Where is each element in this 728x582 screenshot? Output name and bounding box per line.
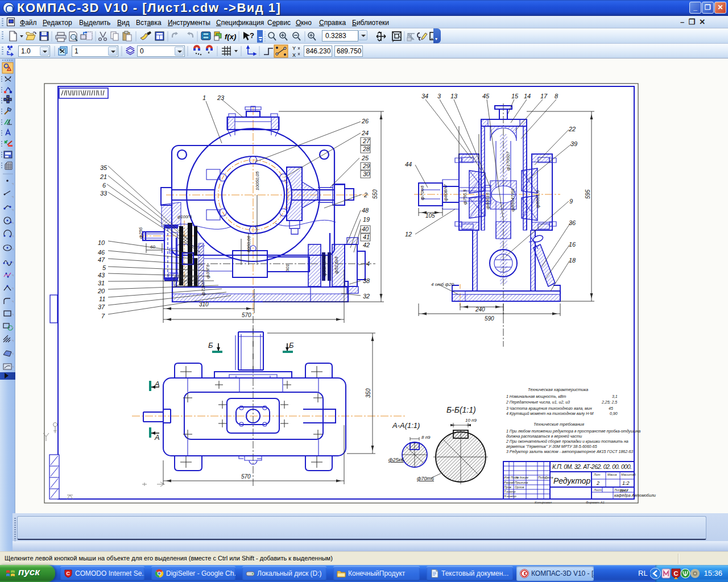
svg-text:43: 43	[98, 272, 105, 278]
svg-text:Т.контр: Т.контр	[504, 490, 516, 493]
svg-text:5: 5	[102, 264, 106, 271]
svg-text:22: 22	[568, 126, 576, 132]
svg-text:9: 9	[569, 198, 573, 205]
svg-text:105: 105	[425, 213, 435, 219]
svg-text:45: 45	[482, 93, 490, 99]
svg-text:ф80б16: ф80б16	[485, 192, 490, 209]
svg-text:40: 40	[362, 226, 369, 232]
svg-text:595: 595	[585, 189, 591, 199]
svg-text:4 отб ф20: 4 отб ф20	[431, 282, 454, 287]
svg-text:10: 10	[98, 239, 105, 246]
svg-text:34: 34	[421, 93, 428, 99]
svg-text:C: C	[67, 571, 71, 576]
svg-text:20: 20	[97, 288, 105, 294]
svg-text:К.П. 0М. 32. АТ-262. 02. 00. 0: К.П. 0М. 32. АТ-262. 02. 00. 000.	[552, 463, 632, 470]
svg-text:Разраб: Разраб	[504, 481, 515, 484]
svg-text:Лист: Лист	[593, 488, 602, 492]
svg-text:42: 42	[363, 242, 370, 248]
svg-text:ВНУ: ВНУ	[620, 489, 629, 493]
svg-text:24: 24	[361, 130, 369, 136]
svg-text:ф70м6: ф70м6	[420, 185, 425, 200]
svg-text:26: 26	[361, 118, 369, 124]
svg-text:ф80Вh7: ф80Вh7	[443, 184, 448, 201]
svg-text:2 Передаточные числа, u1, u2,: 2 Передаточные числа, u1, u2, u3	[506, 400, 570, 405]
svg-text:240: 240	[475, 306, 485, 313]
svg-text:17: 17	[540, 93, 548, 99]
svg-text:Техническая характеристика: Техническая характеристика	[528, 387, 588, 392]
svg-text:Н.контр: Н.контр	[504, 494, 516, 498]
svg-text:кафедра Автомобили: кафедра Автомобили	[614, 493, 656, 498]
svg-text:7: 7	[101, 313, 105, 319]
svg-text:4: 4	[366, 260, 370, 267]
svg-text:4 Крутящий момент на тихоходно: 4 Крутящий момент на тихоходном валу Н·М	[506, 411, 594, 416]
svg-text:0,90: 0,90	[610, 411, 618, 415]
svg-text:Технические требования: Технические требования	[533, 422, 584, 427]
svg-text:350: 350	[365, 388, 371, 398]
svg-text:550: 550	[372, 189, 378, 199]
svg-text:Редуктор: Редуктор	[553, 476, 590, 485]
svg-text:ф80б1,6: ф80б1,6	[535, 190, 540, 208]
svg-text:1 При любом положении редуктор: 1 При любом положении редуктора в простр…	[506, 429, 640, 434]
svg-text:23: 23	[217, 94, 225, 101]
svg-text:3 Частота вращения тихоходного: 3 Частота вращения тихоходного вала, мин	[506, 406, 592, 411]
svg-text:1:2: 1:2	[622, 480, 630, 486]
svg-text:ф25б: ф25б	[138, 227, 143, 239]
svg-text:32: 32	[363, 293, 370, 300]
svg-text:15: 15	[511, 93, 519, 99]
svg-text:Масса: Масса	[607, 473, 617, 476]
svg-text:ф72Н7: ф72Н7	[201, 281, 206, 296]
svg-text:80б0,06: 80б0,06	[246, 235, 251, 252]
svg-text:ф75б,5: ф75б,5	[462, 189, 468, 205]
svg-text:14: 14	[524, 93, 531, 99]
svg-text:301: 301	[285, 264, 290, 272]
svg-text:3 Редуктор залить маслом - авт: 3 Редуктор залить маслом - автотракторно…	[506, 450, 633, 454]
svg-text:27: 27	[362, 138, 370, 144]
svg-text:41: 41	[363, 234, 370, 240]
svg-text:45: 45	[609, 406, 613, 410]
svg-text:ф85б47/б6: ф85б47/б6	[510, 188, 515, 211]
svg-text:48: 48	[362, 207, 369, 214]
svg-text:ф100Г6: ф100Г6	[177, 215, 192, 219]
svg-text:33: 33	[100, 190, 107, 197]
svg-text:Б: Б	[208, 341, 213, 350]
svg-text:8: 8	[555, 93, 559, 99]
svg-text:1: 1	[202, 94, 206, 101]
svg-text:ф52,5г6: ф52,5г6	[334, 256, 339, 274]
svg-text:21: 21	[100, 173, 107, 180]
svg-text:37: 37	[98, 304, 105, 310]
svg-text:10 п9: 10 п9	[465, 418, 477, 423]
svg-text:ф25к6: ф25к6	[388, 457, 404, 463]
svg-text:1 Номинальная мощность, кВт: 1 Номинальная мощность, кВт	[506, 394, 566, 399]
svg-text:2: 2	[363, 192, 367, 198]
svg-text:№ докум: № докум	[515, 476, 528, 479]
svg-text:38: 38	[363, 277, 370, 284]
svg-text:310: 310	[199, 301, 209, 307]
svg-text:3: 3	[437, 93, 441, 99]
svg-text:36: 36	[569, 219, 576, 226]
svg-text:ф70т6: ф70т6	[417, 476, 434, 481]
svg-text:герметик "Герметик" У-30М МРТ: герметик "Герметик" У-30М МРТУ 38-5-6060…	[506, 444, 597, 449]
svg-text:13: 13	[450, 93, 458, 99]
svg-text:C: C	[674, 570, 679, 577]
svg-text:Б-Б(1:1): Б-Б(1:1)	[446, 405, 476, 414]
svg-text:29: 29	[362, 163, 370, 169]
svg-text:должна располагаться в верхней: должна располагаться в верхней части	[506, 434, 582, 439]
svg-text:2,25; 2,5: 2,25; 2,5	[601, 400, 617, 404]
svg-text:2: 2	[596, 480, 599, 486]
svg-text:39: 39	[570, 140, 577, 147]
svg-text:3,1: 3,1	[612, 394, 618, 398]
svg-text:35: 35	[100, 164, 107, 171]
svg-text:Пров: Пров	[504, 485, 511, 489]
svg-text:46: 46	[98, 249, 105, 256]
svg-text:12: 12	[405, 231, 412, 238]
svg-text:Формат А1: Формат А1	[586, 501, 605, 504]
svg-text:Прыгина: Прыгина	[515, 481, 528, 484]
svg-text:30: 30	[363, 171, 370, 177]
svg-text:100б0,05: 100б0,05	[255, 171, 260, 190]
svg-text:А-А(1:1): А-А(1:1)	[392, 421, 420, 430]
svg-text:Масштаб: Масштаб	[621, 473, 636, 476]
svg-text:11: 11	[99, 296, 105, 302]
svg-text:ф170б07: ф170б07	[506, 151, 511, 171]
svg-text:60: 60	[150, 244, 155, 250]
svg-text:2 При окончательной сборке про: 2 При окончательной сборке прокладки и к…	[506, 439, 628, 444]
